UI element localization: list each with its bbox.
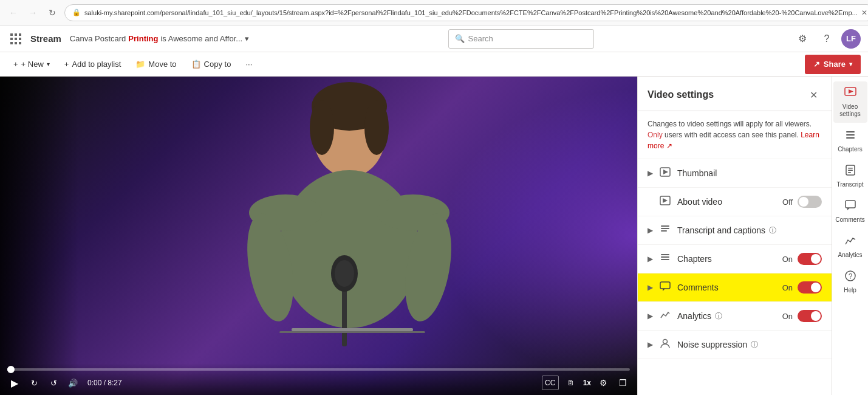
header-search: 🔍 Search [255,29,787,49]
cc-button[interactable]: CC [542,376,559,390]
side-icon-chapters[interactable]: Chapters [833,124,867,158]
setting-row-noise[interactable]: ▶ Noise suppression ⓘ [638,331,832,359]
setting-row-about[interactable]: ▶ About video Off [638,188,832,216]
settings-video-button[interactable]: ⚙ [596,376,610,390]
chapters-toggle[interactable] [798,253,822,265]
transcript-label: Transcript and captions ⓘ [677,225,822,236]
svg-marker-25 [663,170,668,174]
video-settings-label: Video settings [836,103,865,118]
svg-rect-46 [846,201,855,208]
volume-button[interactable]: 🔊 [66,376,80,390]
side-icon-video-settings[interactable]: Video settings [833,81,867,123]
right-panel: Video settings ✕ Changes to video settin… [637,77,868,395]
svg-rect-31 [661,254,669,255]
skip-back-button[interactable]: ↻ [27,376,41,390]
comments-toggle-label: On [782,283,793,292]
transcript-info-icon[interactable]: ⓘ [769,225,776,236]
forward-button[interactable]: → [24,4,41,21]
analytics-toggle[interactable] [798,310,822,322]
svg-rect-23 [279,331,425,333]
app-header: Stream Canva Postcard Printing is Awesom… [0,26,868,52]
person-silhouette [197,77,501,371]
back-button[interactable]: ← [5,4,22,21]
more-icon: ··· [245,60,252,69]
setting-row-analytics[interactable]: ▶ Analytics ⓘ On [638,302,832,331]
skip-forward-button[interactable]: ↺ [46,376,61,390]
new-label: + New [21,60,44,69]
side-icon-analytics[interactable]: Analytics [833,230,867,264]
svg-rect-45 [848,172,851,173]
search-icon: 🔍 [455,34,465,43]
noise-info-icon[interactable]: ⓘ [751,340,758,350]
chapters-expand-icon: ▶ [648,255,653,263]
chapters-label: Chapters [677,254,776,264]
settings-desc-text: Changes to video settings will apply for… [648,120,812,139]
setting-row-chapters-inner: ▶ Chapters On [638,245,832,273]
setting-row-thumbnail[interactable]: ▶ Thumbnail [638,159,832,188]
comments-toggle[interactable] [798,281,822,294]
move-to-icon: 📁 [135,60,145,69]
chapters-side-icon [844,129,856,144]
reload-button[interactable]: ↻ [44,4,61,21]
about-icon [659,195,671,208]
new-button[interactable]: + + New ▾ [7,55,56,74]
thumbnail-label: Thumbnail [677,168,822,178]
thumbnail-expand-icon: ▶ [648,169,653,177]
analytics-toggle-label: On [782,312,793,321]
settings-button[interactable]: ⚙ [793,29,812,49]
settings-close-button[interactable]: ✕ [805,86,822,103]
doc-title-dropdown-icon[interactable]: ▾ [245,34,249,43]
about-toggle[interactable] [798,196,822,208]
add-to-playlist-button[interactable]: + Add to playlist [58,55,128,74]
move-to-button[interactable]: 📁 Move to [129,55,182,74]
more-options-button[interactable]: ··· [239,55,258,74]
address-bar[interactable]: 🔒 saluki-my.sharepoint.com/personal/lind… [64,4,868,21]
analytics-control: On [782,310,822,322]
noise-label: Noise suppression ⓘ [677,340,822,350]
svg-rect-19 [342,286,347,346]
side-icon-transcript[interactable]: Transcript [833,159,867,193]
svg-rect-4 [15,38,17,40]
svg-rect-39 [846,131,855,132]
chapters-toggle-knob [811,254,821,264]
video-area: ▶ ↻ ↺ 🔊 0:00 / 8:27 CC 🖹 1x ⚙ ❐ [0,77,637,395]
help-button[interactable]: ? [817,29,836,49]
play-button[interactable]: ▶ [7,376,22,390]
side-icons: Video settings Chapters Transcript Comme… [832,77,868,395]
svg-rect-43 [848,168,853,169]
analytics-info-icon[interactable]: ⓘ [715,311,722,321]
svg-point-14 [279,170,419,328]
share-label: Share [824,60,846,69]
svg-rect-41 [846,137,855,139]
progress-bar[interactable] [7,368,630,371]
settings-description: Changes to video settings will apply for… [638,111,832,159]
app-grid-icon[interactable] [7,30,24,47]
side-icon-help[interactable]: ? Help [833,265,867,299]
setting-row-chapters[interactable]: ▶ Chapters On [638,245,832,273]
svg-rect-32 [661,256,669,258]
setting-row-transcript[interactable]: ▶ Transcript and captions ⓘ [638,216,832,245]
svg-rect-5 [19,38,21,40]
copy-to-button[interactable]: 📋 Copy to [185,55,238,74]
setting-row-comments[interactable]: ▶ Comments On [638,273,832,302]
dark-left [0,77,79,395]
search-box[interactable]: 🔍 Search [448,29,594,49]
settings-title: Video settings [648,89,714,100]
about-toggle-label: Off [782,197,793,207]
svg-point-36 [663,340,668,344]
subtitles-button[interactable]: 🖹 [564,376,578,390]
doc-title-prefix: Canva Postcard [70,34,126,43]
chapters-side-label: Chapters [838,146,863,153]
header-right: ⚙ ? LF [793,29,861,49]
new-icon: + [13,60,18,69]
side-icon-comments[interactable]: Comments [833,194,867,228]
fullscreen-button[interactable]: ❐ [615,376,630,390]
nav-buttons: ← → ↻ [5,4,61,21]
comments-icon [659,281,671,294]
settings-header: Video settings ✕ [638,77,832,111]
speed-button[interactable]: 1x [583,379,591,387]
avatar[interactable]: LF [841,29,861,49]
svg-rect-2 [19,33,21,36]
analytics-side-label: Analytics [838,252,862,259]
share-button[interactable]: ↗ Share ▾ [805,55,861,74]
